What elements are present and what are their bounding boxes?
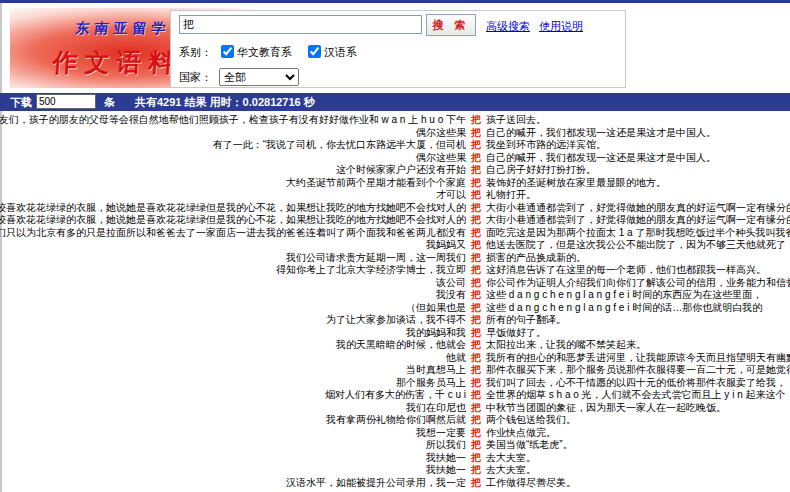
right-context: 工作做得尽善尽美。 [486,476,790,490]
concordance-row[interactable]: 我扶她一 把 去大夫室。 [0,464,790,477]
concordance-row[interactable]: 这个时候家家户户还没有开始 把 自己房子好好打扮打扮。 [0,164,790,177]
concordance-row[interactable]: 我们公司请求贵方延期一周，这一周我们 把 损害的产品换成新的。 [0,252,790,265]
department-label: 系别： [179,46,212,58]
concordance-row[interactable]: 我扶她一 把 去大夫室。 [0,452,790,465]
concordance-row[interactable]: 我没有 把 这些 d a n g c h e n g l a n g f e i… [0,289,790,302]
concordance-row[interactable]: 我们在印尼也 把 中秋节当团圆的象征，因为那天一家人在一起吃晚饭。 [0,402,790,415]
advanced-search-link[interactable]: 高级搜索 [486,19,530,34]
search-input[interactable] [179,15,422,34]
total-suffix: 结果 [185,96,207,108]
download-unit-label: 条 [104,93,115,111]
results-summary: 共有4291 结果 用时：0.02812716 秒 [135,93,315,111]
concordance-row[interactable]: 道哪儿有多出名的饭店而且我们只以为北京有多的只是拉面所以和爸爸去了一家面店一进去… [0,227,790,240]
total-count: 4291 [157,96,181,108]
department-checkbox-label: 汉语系 [324,46,357,58]
concordance-row[interactable]: 所以我们 把 美国当做“纸老虎”。 [0,439,790,452]
concordance-row[interactable]: 她喜欢街卖衣服，她比较喜欢花花绿绿的衣服，她说她是喜欢花花绿绿但是我的心不花，如… [0,214,790,227]
concordance-row[interactable]: 他就 把 我所有的担心的和恶梦丢进河里，让我能原谅今天而且指望明天有幽默 [0,352,790,365]
time-unit: 秒 [304,96,315,108]
concordance-row[interactable]: 我想一定要 把 作业快点做完。 [0,427,790,440]
country-filter-row: 国家： 全部 [179,68,299,86]
concordance-list: 自己的孩，他们身边的人像朋友们，孩子的朋友的父母等会很自然地帮他们照顾孩子，检查… [0,114,790,489]
concordance-row[interactable]: 才可以 把 礼物打开。 [0,189,790,202]
top-accent-line [0,0,790,3]
department-filter-row: 系别： 华文教育系汉语系 [179,45,367,60]
search-panel: 搜 索 高级搜索 使用说明 系别： 华文教育系汉语系 国家： 全部 [170,10,626,88]
department-checkbox-label: 华文教育系 [237,46,292,58]
concordance-row[interactable]: 自己的孩，他们身边的人像朋友们，孩子的朋友的父母等会很自然地帮他们照顾孩子，检查… [0,114,790,127]
concordance-row[interactable]: 偶尔这些果 把 自己的喊开，我们都发现一这还是果这才是中国人。 [0,152,790,165]
results-toolbar: 下载 条 共有4291 结果 用时：0.02812716 秒 [0,93,790,111]
concordance-row[interactable]: 烟对人们有多大的伤害，千 c u i 把 全世界的烟草 s h a o 光，人们… [0,389,790,402]
country-label: 国家： [179,71,212,83]
concordance-row[interactable]: 当时真想马上 把 那件衣服买下来，那个服务员说那件衣服得要一百二十元，可是她觉得 [0,364,790,377]
time-label: 用时： [210,96,243,108]
department-option[interactable]: 华文教育系 [215,46,292,58]
department-checkbox-1[interactable] [308,45,321,58]
concordance-row[interactable]: 得知你考上了北京大学经济学博士，我立即 把 这好消息告诉了在这里的每一个老师，他… [0,264,790,277]
concordance-row[interactable]: 汉语水平，如能被提升公司录用，我一定 把 工作做得尽善尽美。 [0,477,790,490]
concordance-row[interactable]: 那个服务员马上 把 我们叫了回去，心不干情愿的以四十元的低价将那件衣服卖了给我， [0,377,790,390]
concordance-row[interactable]: 我的天黑暗暗的时候，他就会 把 太阳拉出来，让我的嘴不禁笑起来。 [0,339,790,352]
download-count-input[interactable] [36,94,96,109]
time-value: 0.02812716 [243,96,301,108]
corpus-search-page: 东南亚留学生 作文语料库 搜 索 高级搜索 使用说明 系别： 华文教育系汉语系 … [0,0,790,492]
concordance-row[interactable]: 我妈妈又 把 他送去医院了，但是这次我公公不能出院了，因为不够三天他就死了， [0,239,790,252]
country-select[interactable]: 全部 [219,68,299,86]
concordance-row[interactable]: 她喜欢街卖衣服，她比较喜欢花花绿绿的衣服，她说她是喜欢花花绿绿但是我的心不花，如… [0,202,790,215]
left-context: 汉语水平，如能被提升公司录用，我一定 [0,476,466,490]
concordance-row[interactable]: 为了让大家参加谈话，我不得不 把 所有的句子翻译。 [0,314,790,327]
concordance-row[interactable]: 有了一此：“我说了司机，你去忧口东路远半大厦，但司机 把 我坐到环市路的远洋宾馆… [0,139,790,152]
help-link[interactable]: 使用说明 [539,19,583,34]
search-button[interactable]: 搜 索 [426,14,476,36]
concordance-row[interactable]: 我的妈妈和我 把 早饭做好了。 [0,327,790,340]
download-button[interactable]: 下载 [10,93,32,111]
concordance-row[interactable]: 大约圣诞节前两个星期才能看到个个家庭 把 装饰好的圣诞树放在家里最显眼的地方。 [0,177,790,190]
keyword: 把 [471,476,481,490]
department-option[interactable]: 汉语系 [302,46,357,58]
concordance-row[interactable]: 偶尔这些果 把 自己的喊开，我们都发现一这还是果这才是中国人。 [0,127,790,140]
concordance-row[interactable]: （但如果也是 把 这些 d a n g c h e n g l a n g f … [0,302,790,315]
concordance-row[interactable]: 我有拿两份礼物给你们啊然后就 把 两个钱包送给我们。 [0,414,790,427]
concordance-row[interactable]: 该公司 把 你公司作为证明人介绍我们向你们了解该公司的信用，业务能力和信誉 [0,277,790,290]
total-prefix: 共有 [135,96,157,108]
department-checkbox-0[interactable] [221,45,234,58]
